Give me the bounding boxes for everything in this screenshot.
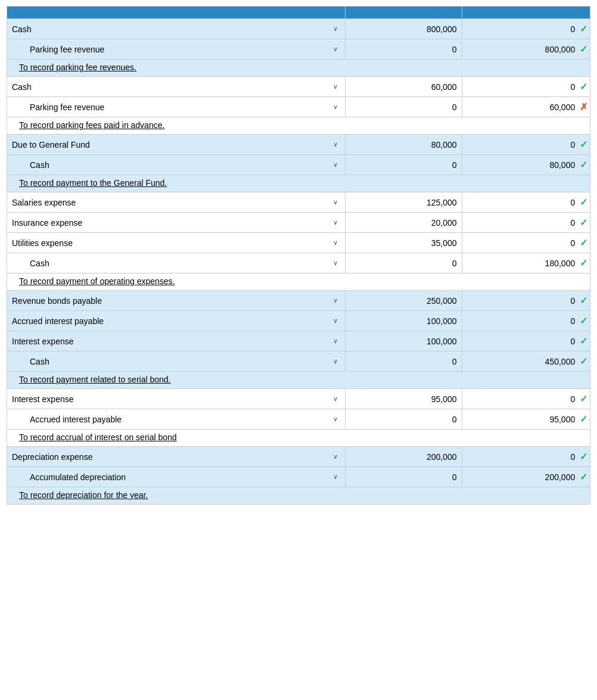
check-icon: ✓ xyxy=(580,44,587,54)
account-cell[interactable]: Parking fee revenue ∨ xyxy=(7,97,346,117)
memo-row: To record accrual of interest on serial … xyxy=(7,430,590,447)
data-row[interactable]: Accumulated depreciation ∨ 0 200,000 ✓ xyxy=(7,467,590,487)
account-cell[interactable]: Accrued interest payable ∨ xyxy=(7,311,346,331)
account-cell[interactable]: Cash ∨ xyxy=(7,351,346,372)
account-cell[interactable]: Cash ∨ xyxy=(7,19,346,39)
data-row[interactable]: Accrued interest payable ∨ 0 95,000 ✓ xyxy=(7,409,590,430)
account-cell[interactable]: Insurance expense ∨ xyxy=(7,213,346,233)
data-row[interactable]: Depreciation expense ∨ 200,000 0 ✓ xyxy=(7,447,590,467)
credit-value: 60,000 xyxy=(549,102,575,112)
credit-header xyxy=(462,7,590,19)
memo-text: To record accrual of interest on serial … xyxy=(19,433,177,442)
data-row[interactable]: Cash ∨ 0 80,000 ✓ xyxy=(7,155,590,175)
chevron-icon[interactable]: ∨ xyxy=(333,83,338,91)
check-icon: ✓ xyxy=(580,414,587,424)
account-cell[interactable]: Due to General Fund ∨ xyxy=(7,135,346,155)
chevron-icon[interactable]: ∨ xyxy=(333,198,338,206)
memo-row: To record payment of operating expenses. xyxy=(7,273,590,291)
credit-cell: 60,000 ✗ xyxy=(462,97,590,117)
credit-cell: 0 ✓ xyxy=(462,291,590,311)
account-cell[interactable]: Depreciation expense ∨ xyxy=(7,447,346,467)
chevron-icon[interactable]: ∨ xyxy=(333,239,338,247)
check-icon: ✓ xyxy=(580,160,587,170)
data-row[interactable]: Insurance expense ∨ 20,000 0 ✓ xyxy=(7,213,590,233)
memo-text: To record depreciation for the year. xyxy=(19,490,148,500)
data-row[interactable]: Cash ∨ 800,000 0 ✓ xyxy=(7,19,590,39)
debit-header xyxy=(345,7,462,19)
memo-text: To record parking fee revenues. xyxy=(19,63,136,72)
debit-cell: 0 xyxy=(345,253,462,273)
check-icon: ✓ xyxy=(580,336,587,346)
check-icon: ✓ xyxy=(580,258,587,268)
memo-cell: To record payment related to serial bond… xyxy=(7,372,590,389)
data-row[interactable]: Interest expense ∨ 100,000 0 ✓ xyxy=(7,331,590,351)
credit-cell: 0 ✓ xyxy=(462,135,590,155)
credit-value: 200,000 xyxy=(545,472,576,482)
chevron-icon[interactable]: ∨ xyxy=(333,473,338,481)
chevron-icon[interactable]: ∨ xyxy=(333,357,338,365)
credit-value: 0 xyxy=(570,198,575,207)
memo-cell: To record accrual of interest on serial … xyxy=(7,430,590,447)
debit-cell: 100,000 xyxy=(345,331,462,351)
journal-table: Cash ∨ 800,000 0 ✓ Parking fee revenue ∨… xyxy=(7,6,590,505)
check-icon: ✓ xyxy=(580,394,587,404)
credit-cell: 0 ✓ xyxy=(462,213,590,233)
chevron-icon[interactable]: ∨ xyxy=(333,219,338,226)
chevron-icon[interactable]: ∨ xyxy=(333,25,338,33)
data-row[interactable]: Accrued interest payable ∨ 100,000 0 ✓ xyxy=(7,311,590,331)
account-cell[interactable]: Parking fee revenue ∨ xyxy=(7,39,346,60)
account-cell[interactable]: Salaries expense ∨ xyxy=(7,192,346,213)
credit-value: 0 xyxy=(570,452,575,462)
memo-cell: To record parking fees paid in advance. xyxy=(7,117,590,135)
chevron-icon[interactable]: ∨ xyxy=(333,297,338,304)
debit-cell: 60,000 xyxy=(345,77,462,97)
account-name: Due to General Fund xyxy=(12,140,329,150)
account-cell[interactable]: Cash ∨ xyxy=(7,155,346,175)
memo-row: To record parking fee revenues. xyxy=(7,60,590,77)
credit-value: 800,000 xyxy=(545,45,576,54)
credit-cell: 0 ✓ xyxy=(462,19,590,39)
chevron-icon[interactable]: ∨ xyxy=(333,317,338,325)
credit-cell: 200,000 ✓ xyxy=(462,467,590,487)
chevron-icon[interactable]: ∨ xyxy=(333,259,338,267)
data-row[interactable]: Parking fee revenue ∨ 0 60,000 ✗ xyxy=(7,97,590,117)
debit-cell: 0 xyxy=(345,39,462,60)
data-row[interactable]: Cash ∨ 0 450,000 ✓ xyxy=(7,351,590,372)
data-row[interactable]: Cash ∨ 0 180,000 ✓ xyxy=(7,253,590,273)
account-cell[interactable]: Interest expense ∨ xyxy=(7,331,346,351)
account-cell[interactable]: Cash ∨ xyxy=(7,77,346,97)
memo-text: To record payment to the General Fund. xyxy=(19,178,167,188)
data-row[interactable]: Cash ∨ 60,000 0 ✓ xyxy=(7,77,590,97)
data-row[interactable]: Utilities expense ∨ 35,000 0 ✓ xyxy=(7,233,590,253)
account-cell[interactable]: Accumulated depreciation ∨ xyxy=(7,467,346,487)
chevron-icon[interactable]: ∨ xyxy=(333,395,338,403)
credit-cell: 80,000 ✓ xyxy=(462,155,590,175)
credit-cell: 800,000 ✓ xyxy=(462,39,590,60)
memo-cell: To record payment of operating expenses. xyxy=(7,273,590,291)
account-cell[interactable]: Cash ∨ xyxy=(7,253,346,273)
data-row[interactable]: Interest expense ∨ 95,000 0 ✓ xyxy=(7,389,590,409)
memo-row: To record depreciation for the year. xyxy=(7,487,590,505)
credit-value: 80,000 xyxy=(549,160,575,170)
data-row[interactable]: Revenue bonds payable ∨ 250,000 0 ✓ xyxy=(7,291,590,311)
chevron-icon[interactable]: ∨ xyxy=(333,141,338,148)
memo-row: To record payment related to serial bond… xyxy=(7,372,590,389)
chevron-icon[interactable]: ∨ xyxy=(333,453,338,461)
account-name: Accumulated depreciation xyxy=(12,472,329,482)
credit-cell: 0 ✓ xyxy=(462,311,590,331)
chevron-icon[interactable]: ∨ xyxy=(333,103,338,111)
chevron-icon[interactable]: ∨ xyxy=(333,45,338,53)
chevron-icon[interactable]: ∨ xyxy=(333,415,338,423)
check-icon: ✓ xyxy=(580,238,587,248)
credit-cell: 0 ✓ xyxy=(462,389,590,409)
account-cell[interactable]: Accrued interest payable ∨ xyxy=(7,409,346,430)
credit-value: 0 xyxy=(570,337,575,346)
account-cell[interactable]: Revenue bonds payable ∨ xyxy=(7,291,346,311)
account-cell[interactable]: Interest expense ∨ xyxy=(7,389,346,409)
data-row[interactable]: Parking fee revenue ∨ 0 800,000 ✓ xyxy=(7,39,590,60)
data-row[interactable]: Salaries expense ∨ 125,000 0 ✓ xyxy=(7,192,590,213)
chevron-icon[interactable]: ∨ xyxy=(333,337,338,345)
account-cell[interactable]: Utilities expense ∨ xyxy=(7,233,346,253)
data-row[interactable]: Due to General Fund ∨ 80,000 0 ✓ xyxy=(7,135,590,155)
chevron-icon[interactable]: ∨ xyxy=(333,161,338,169)
